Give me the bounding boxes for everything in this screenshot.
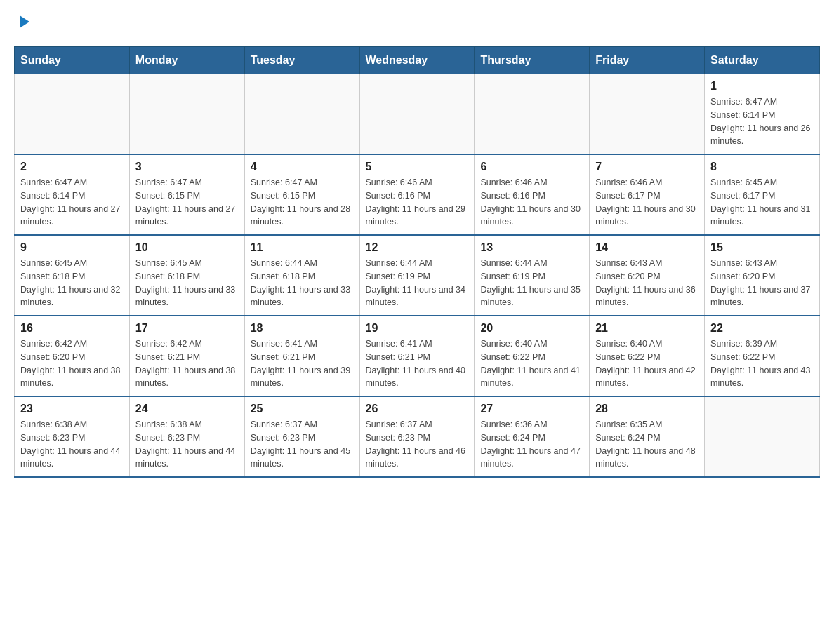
page-header <box>14 14 820 32</box>
calendar-day-cell: 5Sunrise: 6:46 AMSunset: 6:16 PMDaylight… <box>359 154 475 235</box>
day-number: 26 <box>366 403 469 415</box>
calendar-day-cell <box>15 74 130 155</box>
day-number: 6 <box>480 161 583 173</box>
day-info: Sunrise: 6:38 AMSunset: 6:23 PMDaylight:… <box>20 418 124 471</box>
calendar-day-cell <box>244 74 359 155</box>
calendar-week-row: 23Sunrise: 6:38 AMSunset: 6:23 PMDayligh… <box>15 396 820 477</box>
day-number: 14 <box>595 241 699 254</box>
weekday-header: Thursday <box>475 47 590 74</box>
day-number: 28 <box>595 403 699 415</box>
day-number: 16 <box>20 322 124 335</box>
calendar-day-cell: 24Sunrise: 6:38 AMSunset: 6:23 PMDayligh… <box>129 396 244 477</box>
day-info: Sunrise: 6:43 AMSunset: 6:20 PMDaylight:… <box>710 257 814 309</box>
day-number: 4 <box>251 161 354 173</box>
calendar-day-cell: 23Sunrise: 6:38 AMSunset: 6:23 PMDayligh… <box>15 396 130 477</box>
day-number: 5 <box>366 161 469 173</box>
day-number: 25 <box>251 403 354 415</box>
day-number: 24 <box>135 403 239 415</box>
day-info: Sunrise: 6:47 AMSunset: 6:14 PMDaylight:… <box>710 95 814 148</box>
day-number: 2 <box>20 161 124 173</box>
calendar-day-cell <box>705 396 820 477</box>
calendar-week-row: 16Sunrise: 6:42 AMSunset: 6:20 PMDayligh… <box>15 316 820 396</box>
weekday-header: Saturday <box>705 47 820 74</box>
day-number: 3 <box>135 161 239 173</box>
day-number: 17 <box>135 322 239 335</box>
calendar-day-cell: 12Sunrise: 6:44 AMSunset: 6:19 PMDayligh… <box>359 235 475 316</box>
day-number: 19 <box>366 322 469 335</box>
day-info: Sunrise: 6:45 AMSunset: 6:18 PMDaylight:… <box>20 257 124 309</box>
day-number: 12 <box>366 241 469 254</box>
calendar-week-row: 2Sunrise: 6:47 AMSunset: 6:14 PMDaylight… <box>15 154 820 235</box>
day-info: Sunrise: 6:47 AMSunset: 6:14 PMDaylight:… <box>20 176 124 229</box>
day-number: 27 <box>480 403 583 415</box>
day-number: 9 <box>20 241 124 254</box>
calendar-body: 1Sunrise: 6:47 AMSunset: 6:14 PMDaylight… <box>15 74 820 478</box>
calendar-day-cell: 21Sunrise: 6:40 AMSunset: 6:22 PMDayligh… <box>590 316 705 396</box>
day-number: 10 <box>135 241 239 254</box>
calendar-day-cell: 9Sunrise: 6:45 AMSunset: 6:18 PMDaylight… <box>15 235 130 316</box>
calendar-week-row: 9Sunrise: 6:45 AMSunset: 6:18 PMDaylight… <box>15 235 820 316</box>
calendar-day-cell: 16Sunrise: 6:42 AMSunset: 6:20 PMDayligh… <box>15 316 130 396</box>
day-info: Sunrise: 6:37 AMSunset: 6:23 PMDaylight:… <box>251 418 354 471</box>
day-info: Sunrise: 6:46 AMSunset: 6:17 PMDaylight:… <box>595 176 699 229</box>
calendar-day-cell <box>475 74 590 155</box>
calendar-day-cell: 20Sunrise: 6:40 AMSunset: 6:22 PMDayligh… <box>475 316 590 396</box>
day-info: Sunrise: 6:40 AMSunset: 6:22 PMDaylight:… <box>480 337 583 390</box>
day-info: Sunrise: 6:44 AMSunset: 6:18 PMDaylight:… <box>251 257 354 309</box>
day-info: Sunrise: 6:44 AMSunset: 6:19 PMDaylight:… <box>480 257 583 309</box>
calendar-day-cell: 19Sunrise: 6:41 AMSunset: 6:21 PMDayligh… <box>359 316 475 396</box>
day-number: 23 <box>20 403 124 415</box>
day-info: Sunrise: 6:44 AMSunset: 6:19 PMDaylight:… <box>366 257 469 309</box>
weekday-header: Friday <box>590 47 705 74</box>
day-info: Sunrise: 6:36 AMSunset: 6:24 PMDaylight:… <box>480 418 583 471</box>
day-info: Sunrise: 6:47 AMSunset: 6:15 PMDaylight:… <box>135 176 239 229</box>
day-number: 7 <box>595 161 699 173</box>
day-info: Sunrise: 6:45 AMSunset: 6:17 PMDaylight:… <box>710 176 814 229</box>
calendar-day-cell: 13Sunrise: 6:44 AMSunset: 6:19 PMDayligh… <box>475 235 590 316</box>
day-info: Sunrise: 6:38 AMSunset: 6:23 PMDaylight:… <box>135 418 239 471</box>
day-number: 18 <box>251 322 354 335</box>
calendar-day-cell: 2Sunrise: 6:47 AMSunset: 6:14 PMDaylight… <box>15 154 130 235</box>
weekday-header: Monday <box>129 47 244 74</box>
calendar-day-cell: 7Sunrise: 6:46 AMSunset: 6:17 PMDaylight… <box>590 154 705 235</box>
day-info: Sunrise: 6:40 AMSunset: 6:22 PMDaylight:… <box>595 337 699 390</box>
weekday-header: Wednesday <box>359 47 475 74</box>
day-info: Sunrise: 6:39 AMSunset: 6:22 PMDaylight:… <box>710 337 814 390</box>
day-info: Sunrise: 6:41 AMSunset: 6:21 PMDaylight:… <box>251 337 354 390</box>
day-info: Sunrise: 6:41 AMSunset: 6:21 PMDaylight:… <box>366 337 469 390</box>
calendar-day-cell: 26Sunrise: 6:37 AMSunset: 6:23 PMDayligh… <box>359 396 475 477</box>
logo-arrow-icon <box>17 14 32 32</box>
day-info: Sunrise: 6:35 AMSunset: 6:24 PMDaylight:… <box>595 418 699 471</box>
calendar-day-cell <box>590 74 705 155</box>
calendar-table: SundayMondayTuesdayWednesdayThursdayFrid… <box>14 46 820 478</box>
day-number: 15 <box>710 241 814 254</box>
calendar-day-cell: 22Sunrise: 6:39 AMSunset: 6:22 PMDayligh… <box>705 316 820 396</box>
day-number: 13 <box>480 241 583 254</box>
calendar-header: SundayMondayTuesdayWednesdayThursdayFrid… <box>15 47 820 74</box>
calendar-week-row: 1Sunrise: 6:47 AMSunset: 6:14 PMDaylight… <box>15 74 820 155</box>
day-number: 22 <box>710 322 814 335</box>
calendar-day-cell: 15Sunrise: 6:43 AMSunset: 6:20 PMDayligh… <box>705 235 820 316</box>
day-info: Sunrise: 6:46 AMSunset: 6:16 PMDaylight:… <box>366 176 469 229</box>
day-info: Sunrise: 6:42 AMSunset: 6:21 PMDaylight:… <box>135 337 239 390</box>
calendar-day-cell: 17Sunrise: 6:42 AMSunset: 6:21 PMDayligh… <box>129 316 244 396</box>
calendar-day-cell: 18Sunrise: 6:41 AMSunset: 6:21 PMDayligh… <box>244 316 359 396</box>
day-info: Sunrise: 6:43 AMSunset: 6:20 PMDaylight:… <box>595 257 699 309</box>
calendar-day-cell: 10Sunrise: 6:45 AMSunset: 6:18 PMDayligh… <box>129 235 244 316</box>
day-number: 20 <box>480 322 583 335</box>
calendar-day-cell: 14Sunrise: 6:43 AMSunset: 6:20 PMDayligh… <box>590 235 705 316</box>
calendar-day-cell: 11Sunrise: 6:44 AMSunset: 6:18 PMDayligh… <box>244 235 359 316</box>
day-info: Sunrise: 6:45 AMSunset: 6:18 PMDaylight:… <box>135 257 239 309</box>
calendar-day-cell: 8Sunrise: 6:45 AMSunset: 6:17 PMDaylight… <box>705 154 820 235</box>
calendar-day-cell: 28Sunrise: 6:35 AMSunset: 6:24 PMDayligh… <box>590 396 705 477</box>
day-info: Sunrise: 6:46 AMSunset: 6:16 PMDaylight:… <box>480 176 583 229</box>
day-number: 1 <box>710 80 814 93</box>
weekday-header: Tuesday <box>244 47 359 74</box>
calendar-day-cell: 1Sunrise: 6:47 AMSunset: 6:14 PMDaylight… <box>705 74 820 155</box>
calendar-day-cell: 25Sunrise: 6:37 AMSunset: 6:23 PMDayligh… <box>244 396 359 477</box>
day-info: Sunrise: 6:47 AMSunset: 6:15 PMDaylight:… <box>251 176 354 229</box>
day-info: Sunrise: 6:37 AMSunset: 6:23 PMDaylight:… <box>366 418 469 471</box>
calendar-day-cell: 3Sunrise: 6:47 AMSunset: 6:15 PMDaylight… <box>129 154 244 235</box>
calendar-day-cell: 27Sunrise: 6:36 AMSunset: 6:24 PMDayligh… <box>475 396 590 477</box>
calendar-day-cell: 4Sunrise: 6:47 AMSunset: 6:15 PMDaylight… <box>244 154 359 235</box>
